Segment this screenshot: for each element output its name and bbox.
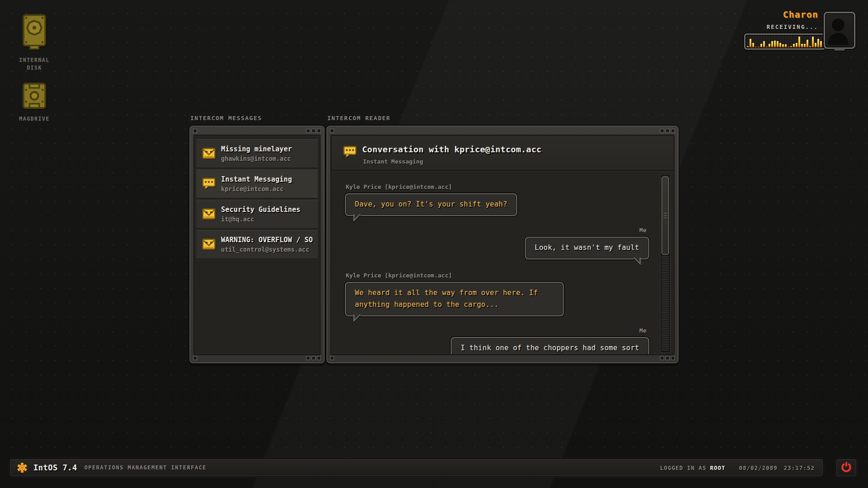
bubble-tail <box>352 214 361 221</box>
message-item-texts: Instant Messagingkprice@intcom.acc <box>221 175 292 192</box>
chat-message-text: We heard it all the way from over here. … <box>355 289 538 309</box>
message-subject: Security Guidelines <box>221 206 300 214</box>
visualizer-bar <box>798 36 800 47</box>
visualizer-bar <box>769 36 770 47</box>
message-list-item[interactable]: Security Guidelinesit@hq.acc <box>196 200 318 229</box>
power-button[interactable] <box>835 458 857 477</box>
desktop-icon-label: MAGDRIVE <box>17 115 52 123</box>
chat-icon <box>343 145 357 158</box>
visualizer-bar <box>752 36 754 47</box>
message-list-item[interactable]: Instant Messagingkprice@intcom.acc <box>196 169 318 198</box>
scrollbar-grip <box>664 215 667 216</box>
intos-logo-icon <box>16 462 28 474</box>
message-item-texts: WARNING: OVERFLOW / SOutil_control@syste… <box>221 236 313 253</box>
window-corner-dot <box>330 356 334 360</box>
chat-scrollbar-track[interactable] <box>660 174 670 352</box>
visualizer-bar <box>788 36 789 47</box>
message-list-item[interactable]: Missing minelayerghawkins@intcom.acc <box>196 139 318 168</box>
avatar-frame-tab <box>834 48 845 51</box>
window-corner-dot <box>665 356 670 360</box>
visualizer-bar <box>779 36 781 47</box>
visualizer-bar <box>793 36 795 47</box>
caller-name: Charon <box>783 9 818 20</box>
caller-avatar <box>824 12 855 49</box>
window-corner-dot <box>330 129 334 133</box>
desktop-icon-magdrive[interactable]: MAGDRIVE <box>9 82 60 123</box>
desktop-icon-internal-disk[interactable]: INTERNAL DISK <box>9 14 60 72</box>
system-time: 23:17:52 <box>784 465 815 471</box>
mail-icon <box>202 208 216 221</box>
logged-in-label: LOGGED IN AS <box>660 465 706 471</box>
visualizer-bar <box>774 36 776 47</box>
hard-disk-icon <box>22 14 47 52</box>
chat-sender-label: Me <box>639 327 646 334</box>
window-corner-dot <box>306 356 310 360</box>
chat-area: Kyle Price [kprice@intcom.acc]Dave, you … <box>331 171 674 354</box>
window-corner-dot <box>671 356 675 360</box>
logged-in-user: ROOT <box>710 465 725 471</box>
message-item-texts: Missing minelayerghawkins@intcom.acc <box>221 145 292 162</box>
person-silhouette-icon <box>825 38 851 47</box>
message-subject: Missing minelayer <box>221 145 292 153</box>
visualizer-bar <box>760 36 762 47</box>
system-date: 08/02/2089 <box>739 465 778 471</box>
message-sender-address: util_control@systems.acc <box>221 246 313 253</box>
visualizer-bar <box>777 36 778 47</box>
bubble-tail <box>633 258 642 265</box>
messages-window: Missing minelayerghawkins@intcom.accInst… <box>189 126 325 363</box>
visualizer-bar <box>807 36 808 47</box>
window-corner-dot <box>311 356 316 360</box>
chat-bubble: Dave, you on? It's your shift yeah? <box>345 193 517 216</box>
window-corner-dot <box>193 129 197 133</box>
desktop: { "desktop": { "icons": [ { "name": "int… <box>0 0 868 488</box>
visualizer-bar <box>766 36 768 47</box>
scrollbar-grip <box>664 213 667 214</box>
chat-scrollbar-thumb[interactable] <box>661 176 669 255</box>
window-corner-dot <box>665 129 670 133</box>
caller-status: RECEIVING... <box>767 23 818 30</box>
reader-window-body: Conversation with kprice@intcom.acc Inst… <box>330 135 675 355</box>
window-corner-dot <box>193 356 197 360</box>
chat-sender-label: Kyle Price [kprice@intcom.acc] <box>346 272 452 279</box>
os-name: IntOS 7.4 <box>33 463 77 472</box>
visualizer-bar <box>763 36 765 47</box>
window-corner-dot <box>311 129 316 133</box>
scrollbar-grip <box>664 217 667 218</box>
chat-sender-label: Kyle Price [kprice@intcom.acc] <box>346 183 452 190</box>
os-subtitle: OPERATIONS MANAGEMENT INTERFACE <box>85 465 207 471</box>
window-corner-dot <box>317 356 321 360</box>
taskbar-status: LOGGED IN AS ROOT 08/02/2089 23:17:52 <box>660 465 815 471</box>
visualizer-bar <box>758 36 760 47</box>
visualizer-bar <box>796 36 797 47</box>
chat-message-text: Look, it wasn't my fault <box>535 244 639 252</box>
visualizer-bar <box>817 36 819 47</box>
mail-icon <box>202 238 216 251</box>
visualizer-bar <box>809 36 811 47</box>
desktop-icon-label: INTERNAL DISK <box>17 56 52 72</box>
message-subject: Instant Messaging <box>221 175 292 183</box>
chat-message-text: Dave, you on? It's your shift yeah? <box>355 200 507 208</box>
audio-visualizer-bars <box>744 33 826 50</box>
window-corner-dot <box>671 129 675 133</box>
conversation-subtitle: Instant Messaging <box>363 158 423 165</box>
messages-window-title: INTERCOM MESSAGES <box>190 115 262 122</box>
chat-bubble: Look, it wasn't my fault <box>525 237 649 259</box>
reader-window: Conversation with kprice@intcom.acc Inst… <box>326 126 679 363</box>
window-corner-dot <box>306 129 310 133</box>
message-sender-address: it@hq.acc <box>221 216 300 223</box>
messages-window-body: Missing minelayerghawkins@intcom.accInst… <box>193 135 321 355</box>
bubble-tail <box>352 314 361 322</box>
visualizer-bar <box>755 36 757 47</box>
visualizer-bar <box>812 36 814 47</box>
visualizer-bar <box>785 36 787 47</box>
window-corner-dot <box>660 129 664 133</box>
message-list-item[interactable]: WARNING: OVERFLOW / SOutil_control@syste… <box>196 230 318 259</box>
message-sender-address: kprice@intcom.acc <box>221 185 292 192</box>
message-list: Missing minelayerghawkins@intcom.accInst… <box>194 136 320 354</box>
visualizer-bar <box>790 36 792 47</box>
window-corner-dot <box>317 129 321 133</box>
conversation-header: Conversation with kprice@intcom.acc Inst… <box>331 136 674 171</box>
visualizer-bar <box>801 36 803 47</box>
reader-window-title: INTERCOM READER <box>327 115 391 122</box>
chat-bubble: We heard it all the way from over here. … <box>345 282 564 316</box>
